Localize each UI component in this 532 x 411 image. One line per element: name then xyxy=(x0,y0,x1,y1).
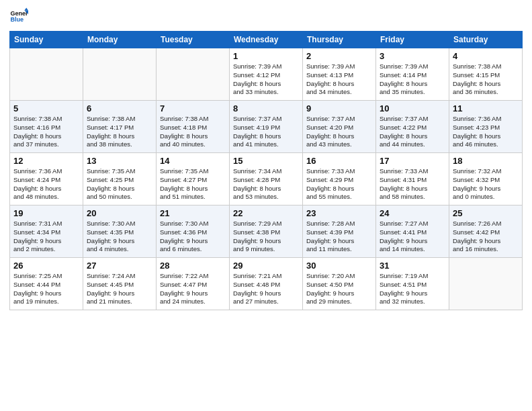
calendar-cell: 11Sunrise: 7:36 AM Sunset: 4:23 PM Dayli… xyxy=(449,101,523,153)
calendar-cell: 30Sunrise: 7:20 AM Sunset: 4:50 PM Dayli… xyxy=(303,258,376,310)
calendar-cell: 7Sunrise: 7:38 AM Sunset: 4:18 PM Daylig… xyxy=(157,101,230,153)
day-number: 12 xyxy=(13,156,79,166)
calendar-cell: 5Sunrise: 7:38 AM Sunset: 4:16 PM Daylig… xyxy=(10,101,83,153)
day-number: 14 xyxy=(160,156,226,166)
day-info: Sunrise: 7:38 AM Sunset: 4:15 PM Dayligh… xyxy=(453,62,519,97)
day-number: 31 xyxy=(380,261,445,271)
calendar-cell: 9Sunrise: 7:37 AM Sunset: 4:20 PM Daylig… xyxy=(303,101,376,153)
weekday-header-tuesday: Tuesday xyxy=(157,32,230,48)
day-info: Sunrise: 7:37 AM Sunset: 4:22 PM Dayligh… xyxy=(380,115,445,149)
day-info: Sunrise: 7:32 AM Sunset: 4:32 PM Dayligh… xyxy=(453,167,519,201)
day-info: Sunrise: 7:38 AM Sunset: 4:18 PM Dayligh… xyxy=(160,115,226,149)
day-info: Sunrise: 7:33 AM Sunset: 4:29 PM Dayligh… xyxy=(306,167,372,201)
day-info: Sunrise: 7:35 AM Sunset: 4:27 PM Dayligh… xyxy=(160,167,226,201)
svg-marker-2 xyxy=(24,7,28,10)
weekday-header-friday: Friday xyxy=(376,32,449,48)
calendar-cell: 23Sunrise: 7:28 AM Sunset: 4:39 PM Dayli… xyxy=(303,205,376,258)
day-number: 10 xyxy=(380,103,445,113)
weekday-header-wednesday: Wednesday xyxy=(230,32,303,48)
day-number: 21 xyxy=(160,208,226,218)
calendar-week-4: 26Sunrise: 7:25 AM Sunset: 4:44 PM Dayli… xyxy=(10,258,523,310)
calendar-cell: 29Sunrise: 7:21 AM Sunset: 4:48 PM Dayli… xyxy=(230,258,303,310)
day-info: Sunrise: 7:36 AM Sunset: 4:24 PM Dayligh… xyxy=(13,167,79,201)
day-info: Sunrise: 7:35 AM Sunset: 4:25 PM Dayligh… xyxy=(87,167,152,201)
weekday-header-saturday: Saturday xyxy=(449,32,523,48)
calendar-cell: 31Sunrise: 7:19 AM Sunset: 4:51 PM Dayli… xyxy=(376,258,449,310)
day-number: 6 xyxy=(87,103,152,113)
calendar-cell: 3Sunrise: 7:39 AM Sunset: 4:14 PM Daylig… xyxy=(376,48,449,101)
day-number: 13 xyxy=(87,156,152,166)
weekday-header-monday: Monday xyxy=(83,32,157,48)
calendar-cell: 2Sunrise: 7:39 AM Sunset: 4:13 PM Daylig… xyxy=(303,48,376,101)
day-number: 25 xyxy=(453,208,519,218)
calendar-cell: 1Sunrise: 7:39 AM Sunset: 4:12 PM Daylig… xyxy=(230,48,303,101)
day-info: Sunrise: 7:30 AM Sunset: 4:36 PM Dayligh… xyxy=(160,220,226,254)
day-number: 16 xyxy=(306,156,372,166)
day-info: Sunrise: 7:39 AM Sunset: 4:12 PM Dayligh… xyxy=(233,62,299,97)
day-number: 5 xyxy=(13,103,79,113)
day-number: 11 xyxy=(453,103,519,113)
day-info: Sunrise: 7:39 AM Sunset: 4:13 PM Dayligh… xyxy=(306,62,372,97)
weekday-header-thursday: Thursday xyxy=(303,32,376,48)
calendar-cell: 12Sunrise: 7:36 AM Sunset: 4:24 PM Dayli… xyxy=(10,153,83,205)
day-info: Sunrise: 7:37 AM Sunset: 4:20 PM Dayligh… xyxy=(306,115,372,149)
calendar-cell: 14Sunrise: 7:35 AM Sunset: 4:27 PM Dayli… xyxy=(157,153,230,205)
day-info: Sunrise: 7:22 AM Sunset: 4:47 PM Dayligh… xyxy=(160,272,226,306)
day-number: 26 xyxy=(13,261,79,271)
day-info: Sunrise: 7:25 AM Sunset: 4:44 PM Dayligh… xyxy=(13,272,79,306)
day-info: Sunrise: 7:19 AM Sunset: 4:51 PM Dayligh… xyxy=(380,272,445,306)
calendar-cell: 27Sunrise: 7:24 AM Sunset: 4:45 PM Dayli… xyxy=(83,258,157,310)
weekday-header-sunday: Sunday xyxy=(10,32,83,48)
calendar-cell: 24Sunrise: 7:27 AM Sunset: 4:41 PM Dayli… xyxy=(376,205,449,258)
svg-text:Blue: Blue xyxy=(10,16,24,23)
day-info: Sunrise: 7:27 AM Sunset: 4:41 PM Dayligh… xyxy=(380,220,445,254)
calendar-week-3: 19Sunrise: 7:31 AM Sunset: 4:34 PM Dayli… xyxy=(10,205,523,258)
day-info: Sunrise: 7:30 AM Sunset: 4:35 PM Dayligh… xyxy=(87,220,152,254)
calendar-cell: 18Sunrise: 7:32 AM Sunset: 4:32 PM Dayli… xyxy=(449,153,523,205)
calendar-cell: 15Sunrise: 7:34 AM Sunset: 4:28 PM Dayli… xyxy=(230,153,303,205)
calendar-cell xyxy=(83,48,157,101)
calendar-cell: 26Sunrise: 7:25 AM Sunset: 4:44 PM Dayli… xyxy=(10,258,83,310)
day-info: Sunrise: 7:21 AM Sunset: 4:48 PM Dayligh… xyxy=(233,272,299,306)
calendar-cell: 28Sunrise: 7:22 AM Sunset: 4:47 PM Dayli… xyxy=(157,258,230,310)
calendar-cell: 8Sunrise: 7:37 AM Sunset: 4:19 PM Daylig… xyxy=(230,101,303,153)
day-info: Sunrise: 7:31 AM Sunset: 4:34 PM Dayligh… xyxy=(13,220,79,254)
day-number: 20 xyxy=(87,208,152,218)
day-number: 29 xyxy=(233,261,299,271)
day-info: Sunrise: 7:26 AM Sunset: 4:42 PM Dayligh… xyxy=(453,220,519,254)
day-info: Sunrise: 7:38 AM Sunset: 4:16 PM Dayligh… xyxy=(13,115,79,149)
day-info: Sunrise: 7:34 AM Sunset: 4:28 PM Dayligh… xyxy=(233,167,299,201)
day-number: 22 xyxy=(233,208,299,218)
day-number: 17 xyxy=(380,156,445,166)
day-number: 23 xyxy=(306,208,372,218)
calendar-cell: 21Sunrise: 7:30 AM Sunset: 4:36 PM Dayli… xyxy=(157,205,230,258)
day-number: 4 xyxy=(453,51,519,61)
day-number: 24 xyxy=(380,208,445,218)
day-number: 1 xyxy=(233,51,299,61)
day-info: Sunrise: 7:33 AM Sunset: 4:31 PM Dayligh… xyxy=(380,167,445,201)
day-number: 18 xyxy=(453,156,519,166)
logo-icon: General Blue xyxy=(9,7,28,26)
logo: General Blue xyxy=(9,7,31,26)
calendar-cell: 17Sunrise: 7:33 AM Sunset: 4:31 PM Dayli… xyxy=(376,153,449,205)
day-number: 30 xyxy=(306,261,372,271)
day-info: Sunrise: 7:37 AM Sunset: 4:19 PM Dayligh… xyxy=(233,115,299,149)
day-number: 8 xyxy=(233,103,299,113)
day-number: 9 xyxy=(306,103,372,113)
day-info: Sunrise: 7:20 AM Sunset: 4:50 PM Dayligh… xyxy=(306,272,372,306)
calendar-cell: 16Sunrise: 7:33 AM Sunset: 4:29 PM Dayli… xyxy=(303,153,376,205)
calendar-cell: 10Sunrise: 7:37 AM Sunset: 4:22 PM Dayli… xyxy=(376,101,449,153)
day-number: 28 xyxy=(160,261,226,271)
calendar-cell xyxy=(449,258,523,310)
calendar-cell: 6Sunrise: 7:38 AM Sunset: 4:17 PM Daylig… xyxy=(83,101,157,153)
day-info: Sunrise: 7:29 AM Sunset: 4:38 PM Dayligh… xyxy=(233,220,299,254)
calendar-cell xyxy=(157,48,230,101)
header: General Blue xyxy=(9,7,523,26)
calendar-cell: 19Sunrise: 7:31 AM Sunset: 4:34 PM Dayli… xyxy=(10,205,83,258)
calendar-cell: 20Sunrise: 7:30 AM Sunset: 4:35 PM Dayli… xyxy=(83,205,157,258)
calendar-table: SundayMondayTuesdayWednesdayThursdayFrid… xyxy=(9,31,523,310)
calendar-cell: 25Sunrise: 7:26 AM Sunset: 4:42 PM Dayli… xyxy=(449,205,523,258)
day-info: Sunrise: 7:28 AM Sunset: 4:39 PM Dayligh… xyxy=(306,220,372,254)
day-number: 7 xyxy=(160,103,226,113)
calendar-week-2: 12Sunrise: 7:36 AM Sunset: 4:24 PM Dayli… xyxy=(10,153,523,205)
